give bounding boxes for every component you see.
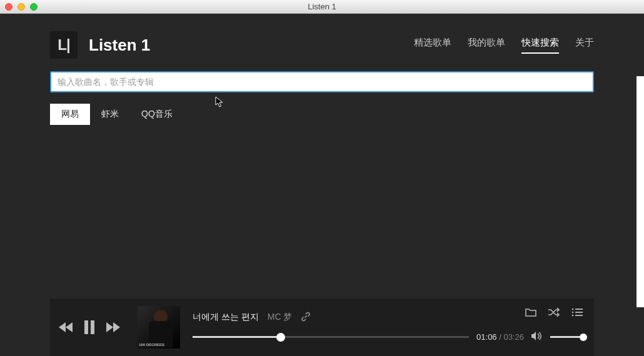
time-display: 01:06 / 03:26 (476, 332, 524, 342)
svg-point-4 (572, 315, 574, 317)
playlist-icon[interactable] (571, 307, 583, 320)
scrollbar[interactable] (636, 76, 644, 307)
progress-slider[interactable] (193, 336, 469, 338)
search-box[interactable] (50, 71, 594, 92)
duration-time: 03:26 (503, 332, 524, 342)
player-side-icons (525, 307, 583, 320)
tab-qqmusic[interactable]: QQ音乐 (130, 104, 184, 125)
playback-controls (59, 320, 120, 334)
volume-slider[interactable] (550, 336, 585, 338)
nav-my-playlists[interactable]: 我的歌单 (468, 37, 505, 54)
brand: L| Listen 1 (50, 31, 150, 59)
tab-netease[interactable]: 网易 (50, 104, 90, 125)
link-icon[interactable] (301, 312, 311, 324)
svg-point-3 (572, 312, 574, 314)
nav-featured-playlists[interactable]: 精选歌单 (414, 37, 451, 54)
search-input[interactable] (58, 77, 586, 87)
volume-icon[interactable] (531, 331, 543, 344)
volume-knob[interactable] (580, 334, 587, 341)
window-title: Listen 1 (0, 2, 644, 11)
pause-button[interactable] (84, 320, 95, 334)
player-bar: 100 DEGREES 너에게 쓰는 편지 MC 梦 01:06 / 03:26 (50, 299, 594, 356)
app-root: L| Listen 1 精选歌单 我的歌单 快速搜索 关于 网易 虾米 QQ音乐 (0, 14, 644, 356)
svg-rect-0 (84, 320, 88, 334)
tab-xiami[interactable]: 虾米 (90, 104, 130, 125)
svg-rect-1 (91, 320, 94, 334)
shuffle-icon[interactable] (548, 307, 560, 320)
next-button[interactable] (106, 321, 120, 334)
track-title: 너에게 쓰는 편지 (193, 312, 259, 323)
progress-fill (193, 336, 281, 338)
app-logo-text: L| (58, 36, 69, 54)
progress-knob[interactable] (276, 333, 285, 342)
current-time: 01:06 (476, 332, 497, 342)
previous-button[interactable] (59, 321, 73, 334)
nav-about[interactable]: 关于 (575, 37, 594, 54)
top-nav: 精选歌单 我的歌单 快速搜索 关于 (414, 37, 594, 54)
app-title: Listen 1 (89, 36, 150, 55)
source-tabs: 网易 虾米 QQ音乐 (50, 104, 594, 125)
svg-point-2 (572, 309, 574, 310)
album-art[interactable]: 100 DEGREES (138, 306, 180, 349)
content-column: L| Listen 1 精选歌单 我的歌单 快速搜索 关于 网易 虾米 QQ音乐 (50, 14, 594, 299)
window-titlebar: Listen 1 (0, 0, 644, 14)
volume-fill (550, 336, 583, 338)
track-artist: MC 梦 (268, 312, 293, 323)
header: L| Listen 1 精选歌单 我的歌单 快速搜索 关于 (50, 14, 594, 71)
scrollbar-thumb[interactable] (636, 76, 644, 307)
app-logo: L| (50, 31, 78, 59)
album-art-text: 100 DEGREES (139, 343, 164, 347)
open-folder-icon[interactable] (525, 307, 536, 320)
nav-quick-search[interactable]: 快速搜索 (521, 37, 559, 54)
